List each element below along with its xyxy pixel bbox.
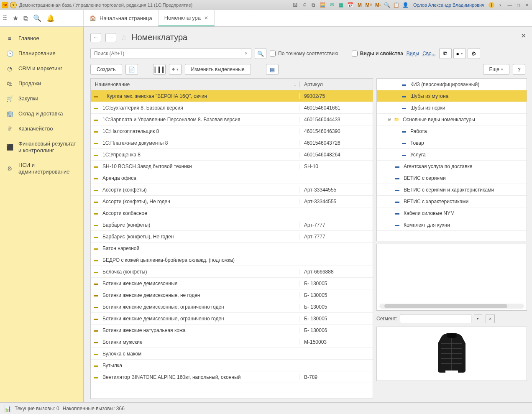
grid-icon[interactable]: ▦: [338, 2, 345, 8]
m-minus-icon[interactable]: M-: [375, 2, 381, 8]
tree-row[interactable]: ▬ВЕТИС с характеристиками: [377, 196, 527, 207]
table-row[interactable]: ▬Батон нарезной: [91, 243, 373, 254]
table-row[interactable]: ▬Ботинки женские демисезонные, ограничен…: [91, 301, 373, 313]
table-row[interactable]: ▬1С:Налогоплательщик 84601546046390: [91, 125, 373, 137]
tree-row[interactable]: ▬Кабели силовые NYM: [377, 207, 527, 219]
sidebar-item-1[interactable]: 🕑Планирование: [0, 46, 83, 61]
table-row[interactable]: ▬Ботинки мужскиеМ-150003: [91, 336, 373, 348]
table-row[interactable]: ▬Ассорти (конфеты)Арт-33344555: [91, 184, 373, 196]
h-scrollbar[interactable]: [379, 304, 524, 309]
th-article[interactable]: Артикул: [299, 82, 373, 87]
table-row[interactable]: ▬Булочка с маком: [91, 348, 373, 360]
tree-row[interactable]: ▬Шубы из норки: [377, 102, 527, 114]
nav-fwd-icon[interactable]: →: [105, 33, 116, 42]
views-props-wrap[interactable]: Виды и свойства: [352, 51, 403, 56]
info-icon[interactable]: i: [489, 2, 494, 8]
table-row[interactable]: ▬БЕДРО с кожей цыпленка-бройлера охлажд.…: [91, 254, 373, 266]
tree-row[interactable]: ▬Услуга: [377, 149, 527, 161]
segment-clear-icon[interactable]: ×: [486, 314, 495, 323]
tree-collapse-icon[interactable]: ⊖: [385, 117, 393, 122]
exact-match-checkbox[interactable]: [270, 51, 276, 56]
sidebar-item-0[interactable]: ≡Главное: [0, 31, 83, 46]
link-props[interactable]: Сво...: [422, 51, 436, 56]
table-row[interactable]: ▬Куртка мех. женская "ВЕРОНА 16Q", овчин…: [91, 90, 373, 102]
tree-row[interactable]: ▬Товар: [377, 137, 527, 149]
m-plus-icon[interactable]: M+: [366, 2, 372, 8]
edit-selected-button[interactable]: Изменить выделенные: [185, 64, 251, 75]
bell-icon[interactable]: 🔔: [46, 14, 55, 22]
table-row[interactable]: ▬Барбарис (конфеты)Арт-7777: [91, 219, 373, 231]
table-row[interactable]: ▬1С:Бухгалтерия 8. Базовая версия4601546…: [91, 102, 373, 114]
table-row[interactable]: ▬Ботинки женские демисезонные, ограничен…: [91, 313, 373, 325]
sidebar-item-6[interactable]: ₽Казначейство: [0, 121, 83, 136]
table-row[interactable]: ▬Белочка (конфеты)Арт-6666888: [91, 266, 373, 278]
views-props-checkbox[interactable]: [352, 51, 358, 56]
table-row[interactable]: ▬1С:Платежные документы 84601546043726: [91, 137, 373, 149]
calendar-icon[interactable]: 📅: [347, 2, 354, 8]
rp-settings-icon[interactable]: ⚙: [468, 48, 480, 59]
table-row[interactable]: ▬Бутылка: [91, 360, 373, 371]
compare-icon[interactable]: ⧉: [310, 2, 317, 8]
tab-home[interactable]: 🏠 Начальная страница: [84, 10, 159, 26]
paste-icon[interactable]: 📋: [393, 2, 400, 8]
close-page-icon[interactable]: ✕: [521, 32, 526, 40]
create-button[interactable]: Создать: [90, 64, 122, 75]
sidebar-item-8[interactable]: ⚙НСИ и администрирование: [0, 158, 83, 179]
save-icon[interactable]: 🖫: [292, 2, 299, 8]
segment-dropdown-icon[interactable]: ▾: [474, 314, 482, 323]
copy-button[interactable]: 📄: [125, 64, 138, 75]
tree-row[interactable]: ⊖📁Основные виды номенклатуры: [377, 114, 527, 125]
tab-close-icon[interactable]: ✕: [204, 15, 208, 21]
exact-match-wrap[interactable]: По точному соответствию: [270, 51, 338, 56]
table-row[interactable]: ▬1С:Упрощенка 84601546048264: [91, 149, 373, 161]
table-row[interactable]: ▬Ботинки женские натуральная кожаБ- 1300…: [91, 325, 373, 336]
sidebar-item-2[interactable]: ◔CRM и маркетинг: [0, 61, 83, 76]
table-row[interactable]: ▬Ассорти колбасное: [91, 207, 373, 219]
link-views[interactable]: Виды: [407, 51, 419, 56]
segment-input[interactable]: [400, 314, 471, 323]
tree-row[interactable]: ▬Комплект для кухни: [377, 219, 527, 231]
table-row[interactable]: ▬Ботинки женские демисезонные, не годенБ…: [91, 289, 373, 301]
print-icon[interactable]: 🖨: [301, 2, 308, 8]
list-mode-icon[interactable]: ▤: [266, 64, 279, 75]
table-row[interactable]: ▬Вентилятор BINATONE ALPINE 160вт, напол…: [91, 371, 373, 383]
th-name[interactable]: Наименование ↓: [91, 82, 299, 87]
sidebar-item-3[interactable]: 🛍Продажи: [0, 76, 83, 91]
tree-row[interactable]: ▬КИЗ (персонифицированный): [377, 79, 527, 90]
table-row[interactable]: ▬SH-10 BOSCH Завод бытовой техникиSH-10: [91, 161, 373, 172]
tree-row[interactable]: ▬Агентская услуга по доставке: [377, 161, 527, 172]
mail-icon[interactable]: ✉: [329, 2, 335, 8]
table-row[interactable]: ▬Аренда офиса: [91, 172, 373, 184]
sidebar-item-5[interactable]: 🏢Склад и доставка: [0, 106, 83, 121]
search-input[interactable]: [91, 49, 241, 59]
rp-tool2-icon[interactable]: ●: [453, 48, 466, 59]
table-row[interactable]: ▬Ботинки женские демисезонныеБ- 130005: [91, 278, 373, 289]
sidebar-item-7[interactable]: ⬛Финансовый результат и контроллинг: [0, 136, 83, 158]
table-row[interactable]: ▬1С:Зарплата и Управление Персоналом 8. …: [91, 114, 373, 125]
sidebar-item-4[interactable]: 🛒Закупки: [0, 91, 83, 106]
tree-row[interactable]: ▬Работа: [377, 125, 527, 137]
clear-search-icon[interactable]: ×: [241, 49, 251, 59]
app-dropdown-icon[interactable]: ▼: [10, 2, 17, 8]
minimize-icon[interactable]: —: [506, 2, 514, 8]
tb-dropdown-icon[interactable]: ▾: [497, 2, 504, 8]
calc-blue-icon[interactable]: 🧮: [320, 2, 326, 8]
zoom-icon[interactable]: 🔍: [384, 2, 391, 8]
tree-row[interactable]: ▬ВЕТИС с сериями и характеристиками: [377, 184, 527, 196]
nav-back-icon[interactable]: ←: [90, 33, 101, 42]
table-row[interactable]: ▬Барбарис (конфеты), Не годенАрт-7777: [91, 231, 373, 243]
apps-icon[interactable]: ⠿: [3, 14, 8, 22]
barcode-icon[interactable]: ║║║: [153, 64, 166, 75]
search-button[interactable]: 🔍: [255, 48, 266, 59]
tree-row[interactable]: ▬ВЕТИС с сериями: [377, 172, 527, 184]
search-tool-icon[interactable]: 🔍: [33, 14, 41, 22]
star-icon[interactable]: ★: [13, 14, 18, 22]
table-row[interactable]: ▬Ассорти (конфеты), Не годенАрт-33344555: [91, 196, 373, 207]
close-window-icon[interactable]: ✕: [523, 2, 530, 8]
favorite-icon[interactable]: ☆: [120, 33, 127, 42]
current-user[interactable]: Орлов Александр Владимирович: [413, 3, 484, 8]
tree-row[interactable]: ▬Шубы из мутона: [377, 90, 527, 102]
rp-tool1-icon[interactable]: ⧉: [439, 48, 452, 59]
help-button[interactable]: ?: [513, 64, 525, 75]
history-icon[interactable]: ⧉: [23, 15, 28, 22]
